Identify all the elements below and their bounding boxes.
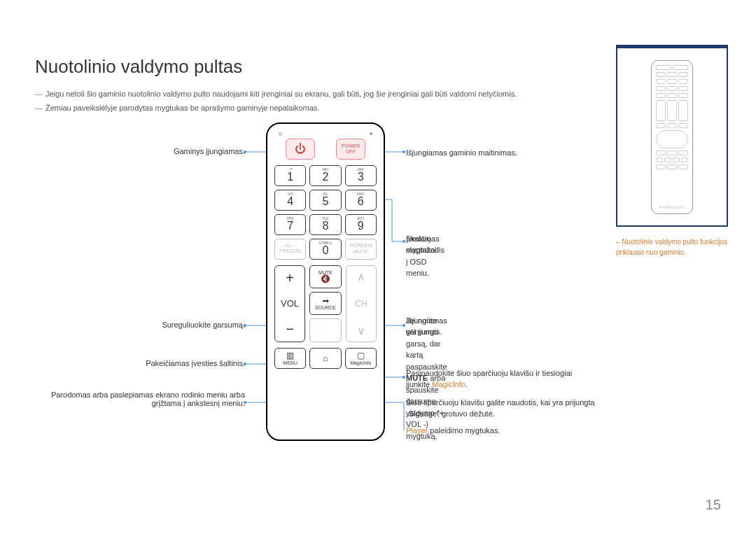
page-number: 15 <box>706 497 721 513</box>
volume-rocker: +VOL− <box>274 265 305 342</box>
label-numbers-sub: Įvedamas slaptažodis į OSD meniu. <box>406 233 444 279</box>
side-note: Nuotolinio valdymo pulto funkcijos prikl… <box>616 237 728 258</box>
svg-point-19 <box>402 240 405 243</box>
label-source: Pakeičiamas įvesties šaltinis. <box>146 359 245 367</box>
mini-remote: SAMSUNG <box>651 60 693 214</box>
label-magicinfo: Pasinaudokite šiuo sparčiuoju klavišu ir… <box>406 367 595 391</box>
key-7: PRS7 <box>274 214 306 235</box>
key-6: MNO6 <box>345 190 377 211</box>
magicinfo-button: ▢MagicInfo <box>345 348 377 369</box>
key-1: .,!?1 <box>274 165 306 186</box>
note-2: Žemiau paveikslėlyje parodytas mygtukas … <box>46 104 319 112</box>
svg-point-22 <box>402 324 405 327</box>
label-home: Šiuo sparčiuoju klavišu galite naudotis,… <box>406 397 595 420</box>
remote-illustration: ⏻ POWER OFF .,!?1 ABC2 DEF3 GHI4 JKL5 MN… <box>266 122 385 441</box>
key-9: WXY9 <box>345 214 377 235</box>
svg-point-28 <box>402 376 405 379</box>
key-0: SYMBOL0 <box>309 239 341 260</box>
label-player: Player paleidimo mygtukas. <box>406 425 500 437</box>
blank-button: · <box>309 318 342 342</box>
note-1: Jeigu netoli šio gaminio nuotolinio vald… <box>46 90 517 98</box>
label-power-off: Išjungiamas gaminio maitinimas. <box>406 147 517 159</box>
side-frame: SAMSUNG <box>616 45 728 227</box>
power-button: ⏻ <box>286 139 315 160</box>
freeze-button: DEL-/--FREEZE <box>274 239 306 260</box>
mute-button: MUTE🔇 <box>309 265 342 288</box>
screen-mute-button: SCREEN MUTE <box>345 239 377 260</box>
menu-button: ▥MENU <box>274 348 306 369</box>
label-power-on: Gaminys įjungiamas. <box>174 147 245 155</box>
side-panel: SAMSUNG Nuotolinio valdymo pulto funkcij… <box>616 45 728 283</box>
channel-rocker: ∧CH∨ <box>346 265 377 342</box>
power-off-button: POWER OFF <box>336 139 365 160</box>
brand-label: SAMSUNG <box>656 205 688 209</box>
svg-point-14 <box>402 150 405 153</box>
key-3: DEF3 <box>345 165 377 186</box>
key-5: JKL5 <box>309 190 341 211</box>
source-button: ⮕SOURCE <box>309 292 342 315</box>
label-volume: Sureguliuokite garsumą. <box>162 321 245 329</box>
home-button: ⌂ <box>309 348 341 369</box>
label-menu: Parodomas arba paslepiamas ekrano rodini… <box>49 391 245 407</box>
key-2: ABC2 <box>309 165 341 186</box>
key-4: GHI4 <box>274 190 306 211</box>
key-8: TUV8 <box>309 214 341 235</box>
